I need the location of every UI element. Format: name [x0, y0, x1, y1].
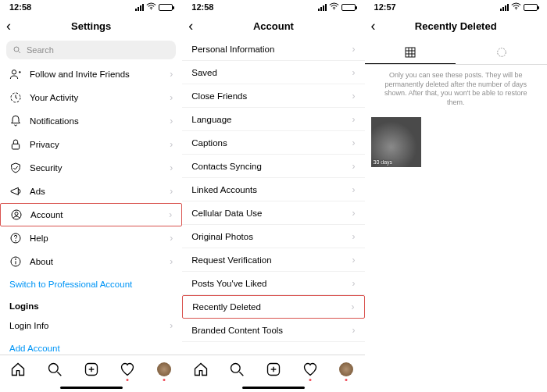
- switch-professional-link[interactable]: Switch to Professional Account: [0, 273, 182, 295]
- settings-row-help[interactable]: Help›: [0, 226, 182, 250]
- search-placeholder: Search: [27, 45, 54, 55]
- account-row[interactable]: Captions›: [182, 131, 364, 155]
- home-tab[interactable]: [192, 361, 209, 378]
- cellular-icon: [135, 4, 144, 11]
- add-account-link[interactable]: Add Account: [0, 337, 182, 355]
- row-label: Help: [30, 233, 48, 243]
- home-indicator: [0, 383, 182, 392]
- row-label: Privacy: [30, 140, 59, 149]
- svg-point-21: [231, 363, 241, 372]
- svg-point-9: [15, 212, 18, 216]
- chevron-right-icon: ›: [352, 67, 356, 78]
- logins-header: Logins: [0, 295, 182, 314]
- search-tab[interactable]: [228, 361, 245, 378]
- settings-row-account[interactable]: Account›: [0, 203, 182, 226]
- nav-header: ‹ Account: [182, 14, 364, 37]
- status-bar: 12:58: [0, 0, 182, 14]
- account-row[interactable]: Recently Deleted›: [182, 295, 364, 319]
- page-title: Settings: [71, 20, 111, 32]
- login-info-row[interactable]: Login Info ›: [0, 314, 182, 337]
- settings-row-shield[interactable]: Security›: [0, 156, 182, 180]
- avatar-icon: [157, 362, 171, 376]
- profile-tab[interactable]: [338, 361, 355, 378]
- settings-row-bell[interactable]: Notifications›: [0, 109, 182, 133]
- search-tab[interactable]: [46, 361, 63, 378]
- svg-line-22: [240, 372, 244, 376]
- settings-row-follow[interactable]: Follow and Invite Friends›: [0, 62, 182, 86]
- settings-screen: 12:58 ‹ Settings Search Follow and Invit…: [0, 0, 182, 392]
- settings-row-lock[interactable]: Privacy›: [0, 133, 182, 156]
- activity-tab[interactable]: [119, 361, 136, 378]
- notification-dot-icon: [345, 379, 348, 381]
- page-title: Account: [253, 20, 294, 32]
- page-title: Recently Deleted: [415, 20, 497, 32]
- wifi-icon: [329, 2, 339, 12]
- row-label: Ads: [30, 187, 45, 196]
- row-label: Follow and Invite Friends: [30, 69, 130, 79]
- activity-tab[interactable]: [302, 361, 319, 378]
- row-label: Notifications: [30, 116, 79, 126]
- settings-row-about[interactable]: About›: [0, 250, 182, 273]
- row-label: Posts You've Liked: [191, 279, 266, 288]
- search-icon: [13, 45, 22, 55]
- nav-header: ‹ Recently Deleted: [365, 14, 547, 37]
- grid-tab[interactable]: [365, 41, 456, 64]
- home-tab[interactable]: [9, 361, 27, 378]
- notification-dot-icon: [309, 379, 311, 381]
- chevron-right-icon: ›: [170, 92, 173, 103]
- account-row[interactable]: Posts You've Liked›: [182, 272, 364, 295]
- svg-point-15: [48, 363, 58, 372]
- svg-point-0: [151, 9, 152, 9]
- account-row[interactable]: Branded Content Tools›: [182, 319, 364, 342]
- account-screen: 12:58 ‹ Account Personal Information›Sav…: [182, 0, 364, 392]
- chevron-right-icon: ›: [170, 162, 173, 173]
- row-label: Request Verification: [191, 255, 271, 265]
- battery-icon: [159, 4, 173, 11]
- create-tab[interactable]: [265, 361, 282, 378]
- stories-tab[interactable]: [456, 41, 547, 64]
- account-row[interactable]: Original Photos›: [182, 225, 364, 248]
- help-icon: [9, 232, 22, 244]
- row-label: Personal Information: [191, 45, 274, 54]
- battery-icon: [341, 4, 356, 11]
- deleted-post-thumbnail[interactable]: 30 days: [371, 117, 421, 167]
- account-row[interactable]: Cellular Data Use›: [182, 201, 364, 225]
- settings-row-ads[interactable]: Ads›: [0, 180, 182, 203]
- media-type-tabs: [365, 41, 547, 65]
- search-input[interactable]: Search: [6, 41, 176, 59]
- bottom-tab-bar: [0, 355, 182, 383]
- svg-point-32: [497, 48, 506, 57]
- row-label: Cellular Data Use: [191, 208, 262, 218]
- account-row[interactable]: Personal Information›: [182, 37, 364, 61]
- back-button[interactable]: ‹: [188, 18, 193, 34]
- chevron-right-icon: ›: [170, 116, 173, 127]
- account-row[interactable]: Linked Accounts›: [182, 178, 364, 201]
- notification-dot-icon: [127, 379, 129, 381]
- chevron-right-icon: ›: [352, 208, 356, 219]
- avatar-icon: [339, 362, 353, 376]
- account-row[interactable]: Saved›: [182, 61, 364, 84]
- ads-icon: [9, 185, 22, 198]
- wifi-icon: [146, 2, 156, 12]
- back-button[interactable]: ‹: [6, 18, 11, 34]
- about-icon: [9, 255, 22, 268]
- account-row[interactable]: Language›: [182, 108, 364, 131]
- svg-point-3: [12, 70, 16, 74]
- chevron-right-icon: ›: [170, 320, 173, 331]
- svg-rect-27: [406, 48, 415, 57]
- profile-tab[interactable]: [156, 361, 173, 378]
- account-list: Personal Information›Saved›Close Friends…: [182, 37, 364, 342]
- back-button[interactable]: ‹: [371, 18, 376, 34]
- create-tab[interactable]: [83, 361, 100, 378]
- settings-list: Follow and Invite Friends›Your Activity›…: [0, 62, 182, 273]
- notification-dot-icon: [163, 379, 165, 381]
- account-row[interactable]: Close Friends›: [182, 84, 364, 108]
- battery-icon: [524, 4, 538, 11]
- status-indicators: [135, 2, 173, 12]
- row-label: Close Friends: [191, 91, 247, 101]
- account-row[interactable]: Request Verification›: [182, 248, 364, 272]
- account-icon: [10, 208, 23, 221]
- account-row[interactable]: Contacts Syncing›: [182, 155, 364, 178]
- nav-header: ‹ Settings: [0, 14, 182, 37]
- settings-row-activity[interactable]: Your Activity›: [0, 86, 182, 109]
